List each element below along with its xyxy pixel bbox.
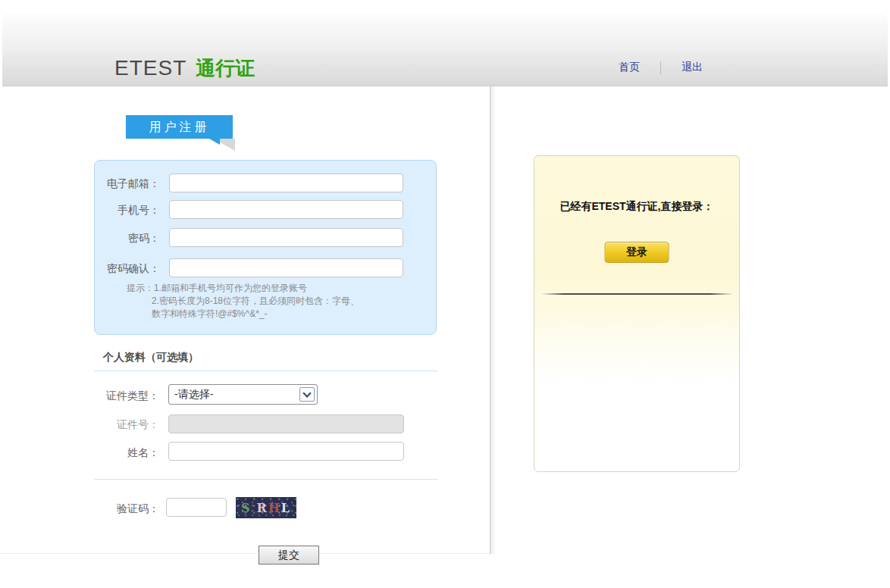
captcha-letter-3: H	[268, 501, 281, 515]
logo: ETEST 通行证	[114, 55, 255, 82]
email-label: 电子邮箱：	[93, 177, 160, 191]
name-input[interactable]	[168, 442, 404, 461]
id-type-label: 证件类型：	[91, 389, 159, 403]
top-nav: 首页 退出	[619, 61, 703, 74]
personal-info-heading: 个人资料（可选填）	[103, 351, 199, 364]
login-button[interactable]: 登录	[605, 242, 669, 263]
captcha-letter-1: S	[241, 501, 252, 515]
nav-logout-link[interactable]: 退出	[682, 61, 703, 74]
id-number-input	[168, 414, 404, 433]
captcha-letter-2: R	[256, 501, 268, 515]
tips-line-2: 2.密码长度为8-18位字符，且必须同时包含：字母、	[127, 295, 359, 308]
personal-section-divider-bottom	[94, 479, 437, 480]
id-type-select[interactable]: -请选择-	[168, 384, 318, 405]
column-divider	[490, 86, 490, 554]
password-confirm-label: 密码确认：	[93, 262, 160, 276]
captcha-input[interactable]	[166, 498, 227, 517]
account-fields-panel: 电子邮箱： 手机号： 密码： 密码确认： 提示：1.邮箱和手机号均可作为您的登录…	[94, 160, 437, 335]
phone-input[interactable]	[169, 200, 403, 219]
header: ETEST 通行证 首页 退出	[2, 13, 888, 86]
personal-section-divider-top	[94, 371, 437, 371]
submit-button[interactable]: 提交	[259, 546, 319, 565]
tips-line-3: 数字和特殊字符!@#$%^&*_-	[127, 308, 359, 321]
login-panel: 已经有ETEST通行证,直接登录： 登录	[534, 155, 740, 472]
logo-pass-text: 通行证	[196, 55, 255, 82]
captcha-letter-4: L	[281, 501, 291, 515]
login-prompt: 已经有ETEST通行证,直接登录：	[534, 200, 739, 214]
password-input[interactable]	[169, 228, 403, 247]
etest-registration-page: ETEST 通行证 首页 退出 用户注册 电子邮箱： 手机号： 密码： 密码确认…	[0, 0, 890, 588]
captcha-label: 验证码：	[91, 502, 159, 516]
logo-etest-text: ETEST	[114, 56, 186, 80]
tips-line-1: 提示：1.邮箱和手机号均可作为您的登录账号	[127, 282, 359, 295]
id-type-selected-value: -请选择-	[169, 385, 317, 404]
register-tab-tail	[209, 139, 220, 145]
nav-home-link[interactable]: 首页	[619, 61, 640, 74]
captcha-image[interactable]: SRHL	[236, 497, 296, 518]
password-confirm-input[interactable]	[169, 258, 403, 277]
phone-label: 手机号：	[93, 204, 160, 217]
register-tab: 用户注册	[126, 115, 233, 139]
password-label: 密码：	[93, 232, 160, 246]
chevron-down-icon	[299, 387, 315, 402]
password-tips: 提示：1.邮箱和手机号均可作为您的登录账号 2.密码长度为8-18位字符，且必须…	[127, 282, 359, 321]
name-label: 姓名：	[91, 446, 159, 460]
email-input[interactable]	[169, 174, 403, 192]
register-tab-label: 用户注册	[149, 120, 210, 133]
id-number-label: 证件号：	[91, 418, 159, 432]
nav-separator	[660, 61, 661, 74]
content-bottom-border	[0, 553, 490, 554]
login-panel-divider	[541, 293, 733, 295]
